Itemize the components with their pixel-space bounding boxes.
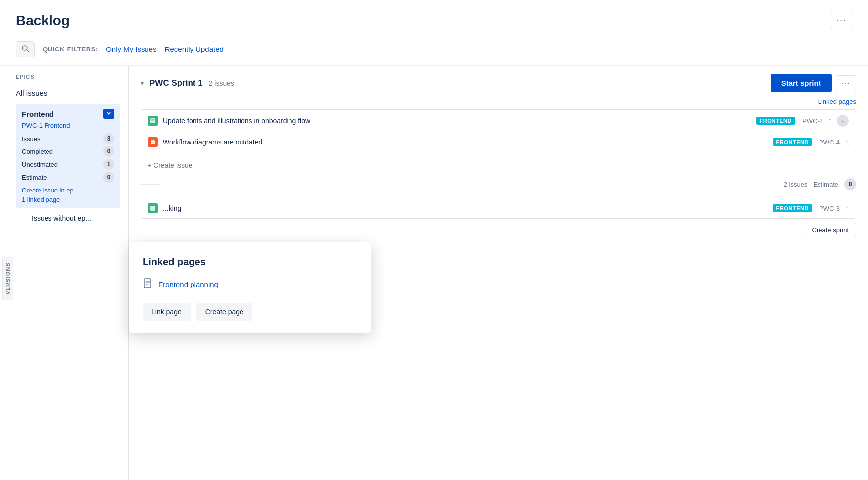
table-row: ...king FRONTEND PWC-3 ↑ <box>141 198 856 218</box>
create-page-button[interactable]: Create page <box>196 303 252 321</box>
bug-icon <box>148 137 158 147</box>
sprint-header: ▾ PWC Sprint 1 2 issues Start sprint ··· <box>141 74 856 92</box>
stat-unestimated-value: 1 <box>103 159 114 170</box>
quick-filters-label: QUICK FILTERS: <box>43 46 98 53</box>
create-issue-row[interactable]: + Create issue <box>141 156 856 174</box>
backlog-issue-list: ...king FRONTEND PWC-3 ↑ <box>141 198 856 219</box>
estimate-badge: 0 <box>844 178 856 190</box>
popup-title: Linked pages <box>143 256 357 268</box>
filter-only-my-issues[interactable]: Only My Issues <box>106 45 157 53</box>
issue-title[interactable]: ...king <box>163 204 768 212</box>
stat-issues: Issues 3 <box>22 133 114 144</box>
page-title: Backlog <box>16 13 70 29</box>
document-icon <box>143 278 153 291</box>
issues-without-epic: Issues without ep... <box>16 208 120 222</box>
all-issues-item[interactable]: All issues <box>16 86 120 100</box>
epic-tag: FRONTEND <box>773 204 813 212</box>
stat-issues-value: 3 <box>103 133 114 144</box>
sprint-name: PWC Sprint 1 <box>149 78 203 88</box>
sprint-chevron-icon[interactable]: ▾ <box>141 80 144 87</box>
avatar: - <box>837 115 849 127</box>
issue-list: Update fonts and illustrations in onboar… <box>141 109 856 152</box>
chevron-down-icon <box>106 111 111 116</box>
linked-pages-link[interactable]: Linked pages <box>141 98 856 105</box>
stat-completed: Completed 0 <box>22 146 114 157</box>
epic-link[interactable]: PWC-1 Frontend <box>22 122 114 129</box>
sidebar-inner: EPICS All issues Frontend PWC-1 Frontend… <box>0 66 128 222</box>
linked-pages-popup: Linked pages Frontend planning Link page… <box>129 242 371 333</box>
priority-icon: ↑ <box>845 138 849 146</box>
table-row: Update fonts and illustrations in onboar… <box>141 110 856 132</box>
filter-recently-updated[interactable]: Recently Updated <box>165 45 224 53</box>
sprint-issue-count: 2 issues <box>209 79 234 87</box>
stat-issues-label: Issues <box>22 135 41 143</box>
page-header: Backlog ··· <box>0 0 868 37</box>
create-sprint-button[interactable]: Create sprint <box>805 223 856 237</box>
epic-tag: FRONTEND <box>773 138 813 146</box>
search-button[interactable] <box>16 41 35 57</box>
story-icon <box>148 116 158 126</box>
svg-line-1 <box>27 50 29 52</box>
svg-rect-3 <box>151 140 155 144</box>
stat-completed-value: 0 <box>103 146 114 157</box>
backlog-summary: 2 issues Estimate 0 <box>141 174 856 194</box>
frontend-planning-link[interactable]: Frontend planning <box>158 280 218 288</box>
sprint-actions: Start sprint ··· <box>771 74 856 92</box>
epic-tag: FRONTEND <box>756 117 796 125</box>
issue-key: PWC-2 <box>802 117 823 125</box>
backlog-issue-count: 2 issues <box>784 181 808 188</box>
epic-item: Frontend PWC-1 Frontend Issues 3 Complet… <box>16 104 120 208</box>
sprint-title-area: ▾ PWC Sprint 1 2 issues <box>141 78 234 88</box>
epic-name: Frontend <box>22 110 54 118</box>
start-sprint-button[interactable]: Start sprint <box>771 74 832 92</box>
stat-estimate: Estimate 0 <box>22 172 114 183</box>
popup-page-item: Frontend planning <box>143 278 357 291</box>
table-row: Workflow diagrams are outdated FRONTEND … <box>141 132 856 152</box>
backlog-divider <box>141 180 778 188</box>
svg-rect-6 <box>144 279 151 288</box>
linked-page-link[interactable]: 1 linked page <box>22 196 114 203</box>
stat-estimate-label: Estimate <box>22 174 47 181</box>
sprint-more-button[interactable]: ··· <box>836 75 856 91</box>
create-issue-label: + Create issue <box>147 161 193 169</box>
search-icon <box>21 45 29 52</box>
priority-icon: ↑ <box>845 204 849 213</box>
popup-actions: Link page Create page <box>143 303 357 321</box>
epic-header: Frontend <box>22 109 114 119</box>
issue-title[interactable]: Update fonts and illustrations in onboar… <box>163 117 751 125</box>
issue-key: PWC-4 <box>819 139 840 146</box>
issue-title[interactable]: Workflow diagrams are outdated <box>163 138 768 146</box>
issue-key: PWC-3 <box>819 205 840 212</box>
estimate-label: Estimate <box>813 181 838 188</box>
stat-unestimated: Unestimated 1 <box>22 159 114 170</box>
epics-label: EPICS <box>16 74 120 80</box>
filter-bar: QUICK FILTERS: Only My Issues Recently U… <box>0 37 868 66</box>
svg-rect-5 <box>150 206 155 211</box>
header-more-button[interactable]: ··· <box>831 12 852 29</box>
priority-icon: ↑ <box>828 116 832 125</box>
story-icon <box>148 203 158 213</box>
link-page-button[interactable]: Link page <box>143 303 191 321</box>
stat-completed-label: Completed <box>22 148 53 155</box>
create-issue-in-epic-link[interactable]: Create issue in ep... <box>22 187 114 194</box>
stat-unestimated-label: Unestimated <box>22 161 58 168</box>
epic-dropdown-button[interactable] <box>103 109 114 119</box>
sidebar: VERSIONS EPICS All issues Frontend PWC-1… <box>0 66 129 480</box>
versions-tab[interactable]: VERSIONS <box>2 257 13 300</box>
stat-estimate-value: 0 <box>103 172 114 183</box>
epic-stats: Issues 3 Completed 0 Unestimated 1 Estim… <box>22 133 114 183</box>
